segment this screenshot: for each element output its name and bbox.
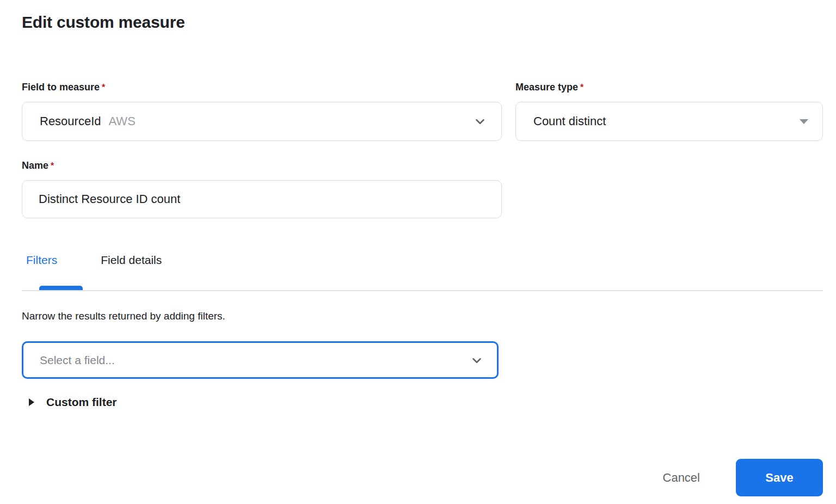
measure-type-label: Measure type* xyxy=(515,82,823,93)
triangle-right-icon xyxy=(29,398,34,406)
custom-filter-disclosure[interactable]: Custom filter xyxy=(29,396,117,409)
field-to-measure-label: Field to measure* xyxy=(22,82,502,93)
measure-type-dropdown[interactable]: Count distinct xyxy=(515,102,823,141)
required-asterisk: * xyxy=(51,161,54,170)
save-button[interactable]: Save xyxy=(736,459,823,496)
measure-type-value: Count distinct xyxy=(533,114,606,128)
cancel-button[interactable]: Cancel xyxy=(654,465,709,490)
chevron-down-icon xyxy=(470,353,484,367)
tab-divider xyxy=(22,290,823,291)
tab-bar: Filters Field details xyxy=(22,254,166,267)
custom-filter-label: Custom filter xyxy=(46,396,117,409)
field-to-measure-dropdown[interactable]: ResourceId AWS xyxy=(22,102,502,141)
name-label: Name* xyxy=(22,160,502,171)
footer-actions: Cancel Save xyxy=(654,459,823,496)
required-asterisk: * xyxy=(580,83,583,92)
tab-filters[interactable]: Filters xyxy=(22,254,62,267)
caret-down-icon xyxy=(800,119,808,124)
page-title: Edit custom measure xyxy=(22,13,185,32)
field-to-measure-source-tag: AWS xyxy=(109,114,136,128)
name-group: Name* xyxy=(22,160,502,218)
edit-custom-measure-dialog: Edit custom measure Field to measure* Re… xyxy=(0,0,836,504)
tab-field-details[interactable]: Field details xyxy=(96,254,166,267)
required-asterisk: * xyxy=(102,83,105,92)
name-input[interactable] xyxy=(22,180,502,218)
field-to-measure-value: ResourceId xyxy=(40,114,101,128)
filters-description: Narrow the results returned by adding fi… xyxy=(22,310,225,322)
measure-type-group: Measure type* Count distinct xyxy=(515,82,823,141)
chevron-down-icon xyxy=(473,114,487,128)
field-to-measure-group: Field to measure* ResourceId AWS xyxy=(22,82,502,141)
filter-field-select[interactable]: Select a field... xyxy=(22,341,499,379)
filter-field-placeholder: Select a field... xyxy=(40,354,115,367)
